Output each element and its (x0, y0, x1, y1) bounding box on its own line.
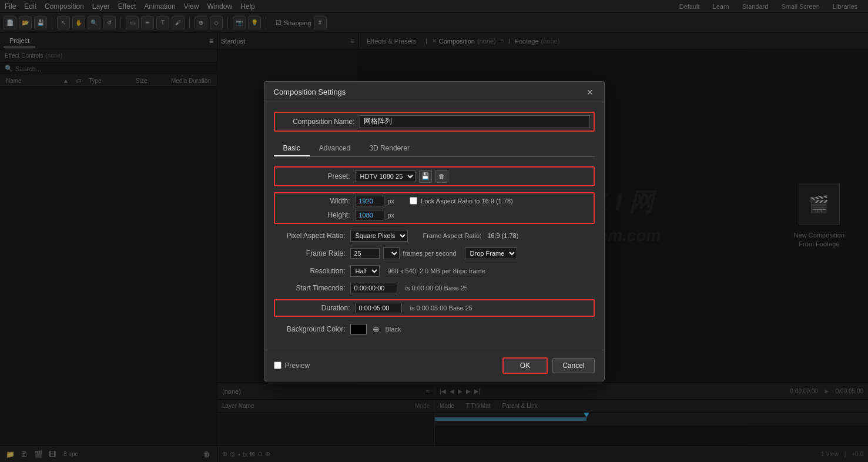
duration-label: Duration: (279, 304, 355, 312)
dialog-titlebar: Composition Settings ✕ (264, 82, 604, 102)
resolution-select[interactable]: Half (350, 265, 380, 277)
preset-label: Preset: (279, 172, 355, 180)
preset-select[interactable]: HDTV 1080 25 (355, 170, 415, 182)
preset-save-btn[interactable]: 💾 (419, 170, 432, 183)
pixel-aspect-select[interactable]: Square Pixels (350, 230, 408, 242)
lock-aspect-label: Lock Aspect Ratio to 16:9 (1.78) (421, 197, 513, 205)
preview-label: Preview (285, 361, 310, 370)
width-unit: px (388, 197, 395, 205)
duration-row: Duration: is 0:00:05:00 Base 25 (274, 299, 595, 317)
ok-button[interactable]: OK (502, 357, 548, 374)
pixel-aspect-label: Pixel Aspect Ratio: (274, 232, 350, 240)
preset-row: Preset: HDTV 1080 25 💾 🗑 (274, 166, 595, 186)
footer-left: Preview (274, 361, 310, 370)
frame-rate-unit: frames per second (403, 250, 457, 257)
width-input[interactable] (355, 196, 384, 206)
comp-name-row: Composition Name: (274, 112, 595, 132)
bg-color-row: Background Color: ⊕ Black (274, 324, 595, 334)
drop-frame-select[interactable]: Drop Frame (465, 247, 517, 259)
preset-delete-btn[interactable]: 🗑 (435, 170, 448, 183)
start-timecode-info: is 0:00:00:00 Base 25 (405, 284, 468, 292)
tab-basic[interactable]: Basic (274, 141, 310, 156)
dialog-body: Composition Name: Basic Advanced 3D Rend… (264, 102, 604, 350)
frame-rate-input[interactable] (350, 248, 380, 259)
resolution-row: Resolution: Half 960 x 540, 2.0 MB per 8… (274, 265, 595, 277)
dialog-tabs: Basic Advanced 3D Renderer (274, 141, 595, 157)
cancel-button[interactable]: Cancel (552, 358, 594, 373)
preview-checkbox[interactable] (274, 361, 281, 369)
dialog-title: Composition Settings (274, 88, 346, 96)
height-input[interactable] (355, 210, 384, 220)
lock-aspect-checkbox[interactable] (410, 197, 417, 205)
comp-name-label: Composition Name: (279, 118, 355, 126)
tab-advanced[interactable]: Advanced (310, 141, 360, 156)
pixel-aspect-row: Pixel Aspect Ratio: Square Pixels Frame … (274, 230, 595, 242)
bg-color-swatch[interactable] (350, 324, 367, 334)
bg-color-label: Background Color: (274, 325, 350, 333)
width-label: Width: (279, 197, 355, 205)
start-timecode-input[interactable] (350, 283, 397, 293)
dialog-footer: Preview OK Cancel (264, 350, 604, 381)
frame-rate-row: Frame Rate: frames per second Drop Frame (274, 247, 595, 259)
bg-color-name: Black (386, 326, 401, 333)
resolution-label: Resolution: (274, 267, 350, 275)
eyedropper-btn[interactable]: ⊕ (370, 324, 382, 334)
duration-input[interactable] (355, 303, 402, 313)
frame-aspect-label: Frame Aspect Ratio: (423, 232, 482, 239)
comp-name-input[interactable] (360, 115, 590, 128)
start-timecode-label: Start Timecode: (274, 284, 350, 292)
wh-container: Width: px Lock Aspect Ratio to 16:9 (1.7… (274, 192, 595, 224)
dialog-overlay: Composition Settings ✕ Composition Name:… (0, 0, 868, 462)
footer-right: OK Cancel (502, 357, 595, 374)
frame-rate-dropdown[interactable] (383, 247, 400, 259)
resolution-info: 960 x 540, 2.0 MB per 8bpc frame (388, 267, 485, 274)
composition-settings-dialog: Composition Settings ✕ Composition Name:… (264, 81, 605, 381)
frame-aspect-value: 16:9 (1.78) (487, 232, 518, 239)
height-unit: px (388, 212, 395, 219)
tab-3d-renderer[interactable]: 3D Renderer (360, 141, 419, 156)
height-label: Height: (279, 211, 355, 219)
frame-rate-label: Frame Rate: (274, 249, 350, 257)
dialog-close-btn[interactable]: ✕ (585, 88, 595, 97)
duration-info: is 0:00:05:00 Base 25 (410, 304, 472, 312)
start-timecode-row: Start Timecode: is 0:00:00:00 Base 25 (274, 283, 595, 293)
